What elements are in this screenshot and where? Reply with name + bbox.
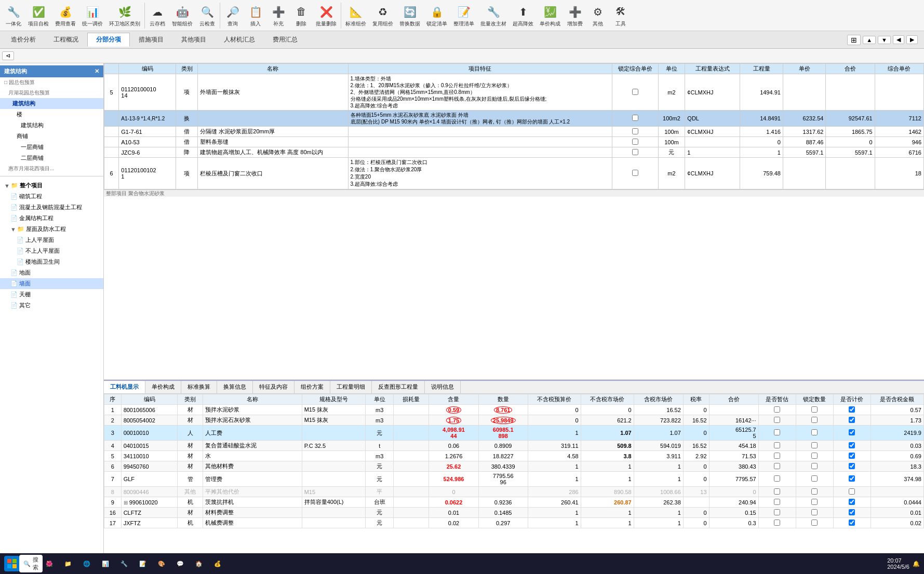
sidebar-item-project[interactable]: 惠市月湖花西项目... — [0, 163, 103, 174]
toolbar-cloud-check[interactable]: 🔍 云检查 — [196, 3, 219, 29]
lock-checkbox[interactable] — [632, 170, 638, 176]
view-toggle-btn[interactable]: ⊞ — [847, 35, 861, 45]
bottom-table-row[interactable]: 1 8001065006 材 预拌水泥砂浆 M15 抹灰 m3 0.59 8.7… — [104, 405, 924, 415]
nav-next-btn[interactable]: ▶ — [906, 35, 918, 44]
bottom-table-row[interactable]: 17 JXFTZ 机 机械费调整 元 0.02 0.297 1 1 1 — [104, 518, 924, 528]
bottom-table-row[interactable]: 2 8005054002 材 预拌水泥石灰砂浆 M15 抹灰 m3 1.75 2… — [104, 415, 924, 426]
taskbar-app-6[interactable]: 📝 — [135, 556, 151, 571]
toolbar-add-cost[interactable]: ➕ 增加费 — [564, 3, 586, 29]
row-lock[interactable] — [612, 74, 658, 111]
bottom-tab-price-plan[interactable]: 组价方案 — [294, 381, 330, 393]
bt-lockqty[interactable] — [796, 426, 833, 441]
sidebar-item-arch2[interactable]: 建筑结构 — [0, 120, 103, 131]
sidebar-tree-ceiling[interactable]: 天棚 — [0, 289, 103, 300]
toolbar-cost-view[interactable]: 💰 费用查看 — [52, 3, 79, 29]
sidebar-tree-ground[interactable]: 地面 — [0, 267, 103, 278]
sidebar-item-floor2[interactable]: 二层商铺 — [0, 153, 103, 163]
bt-priced[interactable] — [833, 405, 871, 415]
bt-estimate[interactable] — [758, 487, 796, 497]
tab-cost-analysis[interactable]: 造价分析 — [2, 33, 45, 47]
sidebar-item-yuhu[interactable]: 月湖花园总包预算 — [0, 88, 103, 98]
tab-measures[interactable]: 措施项目 — [130, 33, 172, 47]
bottom-tab-unit-comp[interactable]: 单价构成 — [145, 381, 181, 393]
sidebar-tree-other[interactable]: 其它 — [0, 300, 103, 311]
toolbar-tools[interactable]: 🛠 工具 — [609, 3, 632, 29]
toolbar-self-check[interactable]: ✅ 项目自检 — [25, 3, 52, 29]
bt-priced[interactable] — [833, 472, 871, 487]
bottom-table-row[interactable]: 5 34110010 材 水 m3 1.2676 18.8227 4.58 3.… — [104, 451, 924, 461]
bottom-table-row[interactable]: 16 CLFTZ 材 材料费调整 元 0.01 0.1485 1 1 1 — [104, 508, 924, 518]
sidebar-item-building[interactable]: 楼 — [0, 109, 103, 120]
toolbar-replace-data[interactable]: 🔄 替换数据 — [396, 3, 423, 29]
tab-section-items[interactable]: 分部分项 — [87, 33, 130, 47]
bottom-tab-features[interactable]: 特征及内容 — [253, 381, 294, 393]
bt-lockqty[interactable] — [796, 441, 833, 451]
bt-estimate[interactable] — [758, 451, 796, 461]
collapse-btn[interactable]: ⊲ — [2, 51, 14, 60]
taskbar-notification[interactable]: 🔔 — [913, 561, 920, 567]
bt-estimate[interactable] — [758, 497, 796, 508]
bottom-table-row[interactable]: 7 GLF 管 管理费 元 524.986 7795.5696 1 1 1 — [104, 472, 924, 487]
taskbar-app-8[interactable]: 💬 — [172, 556, 188, 571]
toolbar-other[interactable]: ⚙ 其他 — [586, 3, 609, 29]
bottom-table-row[interactable]: 9 ⊞ 990610020 机 茨篾抗拌机 拌筒容量400(L) 台班 0.06… — [104, 497, 924, 508]
row-lock[interactable] — [612, 137, 658, 147]
row-lock[interactable] — [612, 147, 658, 158]
taskbar-app-9[interactable]: 🏠 — [191, 556, 207, 571]
sidebar-tree-concrete[interactable]: 混凝土及钢筋混凝土工程 — [0, 202, 103, 213]
bt-priced[interactable] — [833, 518, 871, 528]
toolbar-insert[interactable]: 📋 插入 — [244, 3, 267, 29]
sidebar-item-floor1[interactable]: 一层商铺 — [0, 142, 103, 153]
start-button[interactable] — [4, 556, 20, 571]
sidebar-tree-metal[interactable]: 金属结构工程 — [0, 213, 103, 224]
sidebar-item-shop[interactable]: 商铺 — [0, 131, 103, 142]
toolbar-high-eff[interactable]: ⬆ 超高降效 — [510, 3, 537, 29]
bt-lockqty[interactable] — [796, 451, 833, 461]
sidebar-tree-wall[interactable]: 墙面 — [0, 278, 103, 289]
bt-priced[interactable] — [833, 497, 871, 508]
bt-lockqty[interactable] — [796, 518, 833, 528]
toolbar-delete[interactable]: 🗑 删除 — [290, 3, 313, 29]
bt-lockqty[interactable] — [796, 497, 833, 508]
taskbar-app-7[interactable]: 🎨 — [154, 556, 169, 571]
bottom-tab-qty-detail[interactable]: 工程量明细 — [330, 381, 372, 393]
tab-cost-summary[interactable]: 费用汇总 — [264, 33, 306, 47]
toolbar-batch-material[interactable]: 🔧 批量改主材 — [477, 3, 510, 29]
taskbar-app-5[interactable]: 🔧 — [116, 556, 132, 571]
search-button[interactable]: 🔍 搜索 — [23, 556, 38, 571]
expand-all-icon[interactable]: ▼ — [4, 183, 10, 189]
lock-checkbox[interactable] — [632, 89, 638, 95]
bottom-tab-convert-info[interactable]: 换算信息 — [217, 381, 253, 393]
toolbar-sanitation[interactable]: 🌿 环卫地区类别 — [106, 3, 143, 29]
bottom-tab-notes[interactable]: 说明信息 — [425, 381, 461, 393]
bt-lockqty[interactable] — [796, 461, 833, 472]
toolbar-smart-price[interactable]: 🤖 智能组价 — [169, 3, 196, 29]
bt-lockqty[interactable] — [796, 472, 833, 487]
bottom-table-row[interactable]: 3 00010010 人 人工费 元 4,098.9144 60985.1898… — [104, 426, 924, 441]
lock-checkbox[interactable] — [632, 139, 638, 145]
bt-priced[interactable] — [833, 426, 871, 441]
bt-priced[interactable] — [833, 441, 871, 451]
lock-checkbox[interactable] — [632, 149, 638, 155]
nav-down-btn[interactable]: ▼ — [878, 36, 891, 44]
bt-lockqty[interactable] — [796, 508, 833, 518]
bt-estimate[interactable] — [758, 441, 796, 451]
bt-priced[interactable] — [833, 461, 871, 472]
bt-lockqty[interactable] — [796, 487, 833, 497]
table-row[interactable]: JZC9-6 降 建筑物超高增加人工、机械降效率 高度 80m以内 元 1 1 … — [104, 147, 924, 158]
bt-priced[interactable] — [833, 487, 871, 497]
toolbar-query[interactable]: 🔎 查询 — [221, 3, 244, 29]
h-scrollbar[interactable]: 整部项目 聚合物水泥砂浆 — [104, 189, 924, 197]
lock-checkbox[interactable] — [632, 115, 638, 121]
toolbar-supplement[interactable]: ➕ 补充 — [267, 3, 290, 29]
nav-up-btn[interactable]: ▲ — [863, 36, 876, 44]
bt-lockqty[interactable] — [796, 415, 833, 426]
bt-priced[interactable] — [833, 451, 871, 461]
toolbar-reuse-price[interactable]: ♻ 复用组价 — [369, 3, 396, 29]
row-lock[interactable] — [612, 158, 658, 189]
bt-estimate[interactable] — [758, 461, 796, 472]
table-row[interactable]: A1-13-9 *1.4,R*1.2 换 各种墙面15+5mm 水泥石灰砂浆底 … — [104, 111, 924, 127]
toolbar-lock-list[interactable]: 🔒 锁定清单 — [423, 3, 450, 29]
sidebar-tree-all[interactable]: ▼ 整个项目 — [0, 180, 103, 191]
bt-estimate[interactable] — [758, 415, 796, 426]
